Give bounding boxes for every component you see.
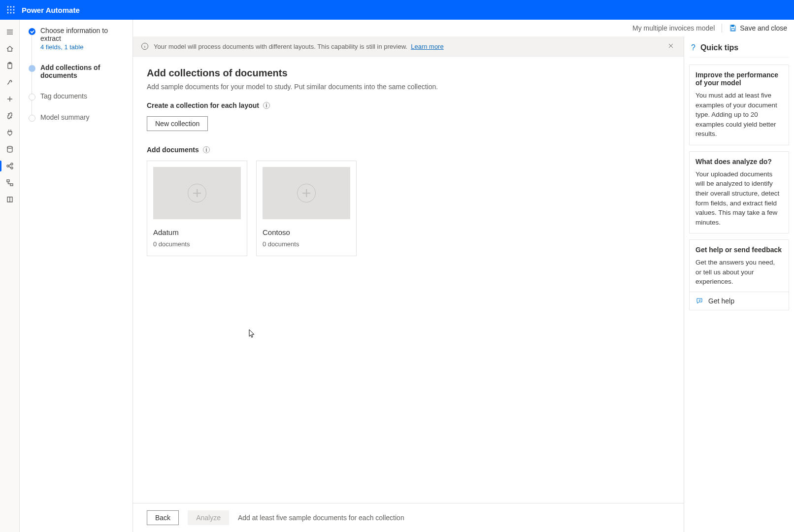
rail-myflows[interactable]: [0, 74, 20, 91]
tip-title: Get help or send feedback: [695, 246, 783, 254]
rail-action-items[interactable]: [0, 57, 20, 74]
quick-tips-panel: ? Quick tips Improve the performance of …: [684, 36, 794, 532]
clipboard-icon: [6, 62, 14, 69]
tip-card-analyze: What does analyze do? Your uploaded docu…: [689, 151, 789, 233]
step-title: Model summary: [40, 113, 90, 121]
collection-card-contoso[interactable]: Contoso 0 documents: [256, 161, 357, 256]
new-collection-button[interactable]: New collection: [147, 116, 208, 131]
svg-point-3: [7, 9, 9, 11]
banner-close-button[interactable]: [666, 40, 676, 52]
svg-rect-15: [7, 180, 9, 182]
step-title: Add collections of documents: [40, 64, 127, 79]
step-pending-icon: [29, 94, 35, 100]
tip-title: Improve the performance of your model: [695, 71, 783, 87]
step-model-summary[interactable]: Model summary: [29, 113, 127, 122]
svg-point-0: [7, 6, 9, 8]
svg-point-8: [13, 12, 15, 14]
create-collection-text: Create a collection for each layout: [147, 101, 259, 109]
card-count: 0 documents: [263, 240, 350, 248]
info-icon[interactable]: i: [263, 102, 270, 109]
svg-point-12: [7, 165, 9, 167]
step-tag-documents[interactable]: Tag documents: [29, 92, 127, 113]
page-topbar: My multiple invoices model Save and clos…: [133, 20, 794, 36]
svg-point-4: [10, 9, 12, 11]
rail-create[interactable]: [0, 91, 20, 107]
separator: [722, 24, 722, 33]
add-documents-label: Add documents i: [147, 146, 670, 154]
svg-point-7: [10, 12, 12, 14]
create-collection-label: Create a collection for each layout i: [147, 101, 670, 109]
model-name-label: My multiple invoices model: [632, 24, 715, 32]
svg-point-11: [7, 146, 12, 148]
tip-body: Your uploaded documents will be analyzed…: [695, 169, 783, 227]
step-done-icon: [29, 28, 35, 35]
book-icon: [6, 196, 14, 203]
step-title: Tag documents: [40, 92, 87, 100]
rail-process-advisor[interactable]: [0, 174, 20, 191]
card-count: 0 documents: [153, 240, 241, 248]
card-name: Contoso: [263, 228, 350, 236]
save-and-close-button[interactable]: Save and close: [729, 24, 787, 32]
footer-hint: Add at least five sample documents for e…: [238, 514, 404, 522]
info-icon: [141, 42, 149, 50]
preview-banner: Your model will process documents with d…: [133, 36, 684, 57]
app-launcher-button[interactable]: [3, 2, 19, 18]
step-subtitle[interactable]: 4 fields, 1 table: [40, 43, 127, 51]
tip-card-feedback: Get help or send feedback Get the answer…: [689, 239, 789, 310]
svg-point-1: [10, 6, 12, 8]
analyze-button[interactable]: Analyze: [188, 510, 229, 525]
info-icon[interactable]: i: [203, 146, 210, 153]
chat-help-icon: [695, 297, 703, 305]
banner-text: Your model will process documents with d…: [154, 43, 407, 50]
svg-point-2: [13, 6, 15, 8]
page-description: Add sample documents for your model to s…: [147, 83, 670, 91]
svg-rect-17: [731, 29, 734, 31]
step-add-collections[interactable]: Add collections of documents: [29, 64, 127, 92]
tip-body: You must add at least five examples of y…: [695, 91, 783, 139]
add-documents-text: Add documents: [147, 146, 199, 154]
get-help-link[interactable]: Get help: [690, 292, 789, 310]
banner-message: Your model will process documents with d…: [154, 43, 661, 50]
quick-tips-title: Quick tips: [700, 43, 738, 52]
card-thumb: [263, 167, 350, 219]
flow-icon: [6, 78, 14, 86]
question-icon: ?: [691, 43, 695, 52]
step-choose-info[interactable]: Choose information to extract 4 fields, …: [29, 27, 127, 64]
add-plus-icon: [297, 184, 316, 202]
tip-card-performance: Improve the performance of your model Yo…: [689, 65, 789, 145]
home-icon: [6, 45, 14, 53]
page-title: Add collections of documents: [147, 67, 670, 79]
step-current-icon: [29, 65, 35, 72]
rail-ai-builder[interactable]: [0, 158, 20, 174]
back-button[interactable]: Back: [147, 510, 179, 525]
add-plus-icon: [188, 184, 206, 202]
rail-data[interactable]: [0, 141, 20, 158]
close-icon: [668, 43, 674, 49]
wizard-steps: Choose information to extract 4 fields, …: [20, 20, 133, 532]
waffle-icon: [7, 6, 15, 14]
rail-connectors[interactable]: [0, 124, 20, 141]
save-icon: [729, 24, 737, 32]
step-title: Choose information to extract: [40, 27, 127, 42]
collection-card-adatum[interactable]: Adatum 0 documents: [147, 161, 247, 256]
card-thumb: [153, 167, 241, 219]
wizard-footer: Back Analyze Add at least five sample do…: [133, 503, 684, 532]
svg-point-6: [7, 12, 9, 14]
topbar: Power Automate: [0, 0, 794, 20]
save-label: Save and close: [740, 24, 787, 32]
share-nodes-icon: [6, 162, 14, 170]
tip-body: Get the answers you need, or tell us abo…: [695, 258, 783, 287]
rail-hamburger[interactable]: [0, 24, 20, 40]
rail-home[interactable]: [0, 40, 20, 57]
rail-templates[interactable]: [0, 107, 20, 124]
collection-cards: Adatum 0 documents Contoso 0 documents: [147, 161, 670, 256]
banner-learn-more-link[interactable]: Learn more: [411, 43, 443, 50]
svg-rect-18: [731, 25, 734, 27]
get-help-label: Get help: [708, 297, 734, 305]
step-pending-icon: [29, 115, 35, 122]
puzzle-icon: [6, 112, 14, 120]
svg-point-14: [11, 167, 13, 169]
plus-icon: [6, 95, 14, 103]
rail-learn[interactable]: [0, 191, 20, 208]
hamburger-icon: [6, 28, 14, 36]
